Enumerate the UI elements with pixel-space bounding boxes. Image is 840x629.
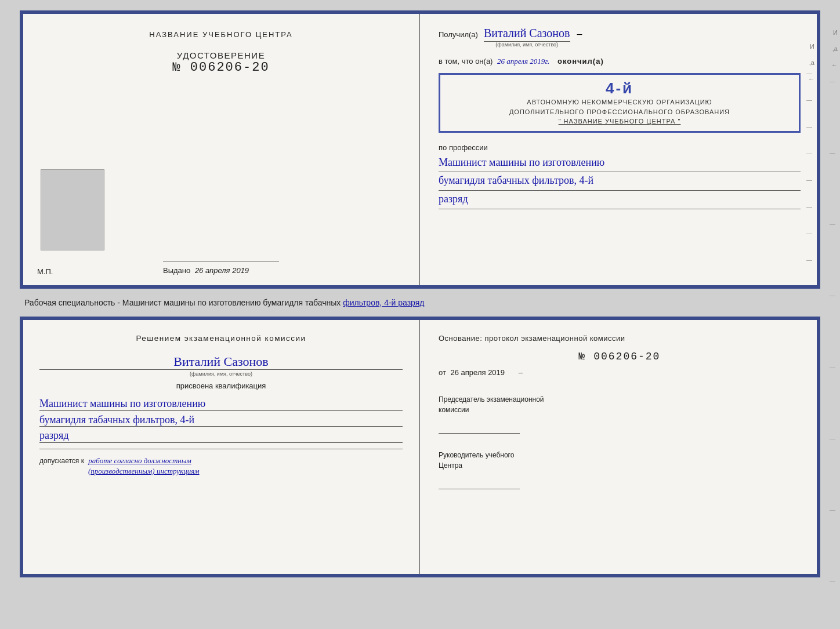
side-mark-arrow: ← bbox=[808, 75, 814, 82]
stamp-line3: " НАЗВАНИЕ УЧЕБНОГО ЦЕНТРА " bbox=[448, 117, 791, 126]
certificate-top: НАЗВАНИЕ УЧЕБНОГО ЦЕНТРА УДОСТОВЕРЕНИЕ №… bbox=[20, 10, 820, 289]
ot-prefix: от bbox=[439, 368, 446, 377]
resheniyem-label: Решением экзаменационной комиссии bbox=[39, 334, 403, 343]
photo-placeholder bbox=[41, 169, 104, 250]
training-center-title-top: НАЗВАНИЕ УЧЕБНОГО ЦЕНТРА bbox=[149, 30, 292, 39]
profession-hw1-top: Машинист машины по изготовлению bbox=[439, 154, 801, 173]
cert-bottom-right-panel: Основание: протокол экзаменационной коми… bbox=[420, 320, 817, 574]
recipient-block-bottom: Виталий Сазонов (фамилия, имя, отчество) bbox=[39, 348, 403, 381]
profession-hw2-bottom: бумагидля табачных фильтров, 4-й bbox=[39, 411, 403, 427]
dopuskaetsya-line: допускается к работе согласно должностны… bbox=[39, 456, 403, 466]
stamp-number: 4-й bbox=[606, 79, 633, 97]
certificate-bottom: Решением экзаменационной комиссии Витали… bbox=[20, 317, 820, 577]
recipient-name-top: Виталий Сазонов bbox=[484, 27, 570, 42]
osnovaniye-label: Основание: протокол экзаменационной коми… bbox=[439, 334, 801, 343]
right-edge-dashes-bottom bbox=[830, 46, 835, 617]
rukov-sign-line bbox=[439, 475, 520, 489]
mp-label: М.П. bbox=[37, 267, 53, 276]
rukov-label2: Центра bbox=[439, 460, 801, 471]
rukov-block: Руководитель учебного Центра bbox=[439, 450, 801, 492]
stamp-line2: ДОПОЛНИТЕЛЬНОГО ПРОФЕССИОНАЛЬНОГО ОБРАЗО… bbox=[448, 107, 791, 117]
rukov-label: Руководитель учебного bbox=[439, 450, 801, 460]
dopuskaetsya-prefix: допускается к bbox=[39, 457, 84, 465]
side-mark-a: ,а bbox=[808, 59, 814, 66]
side-mark-i-b: И bbox=[831, 29, 838, 36]
vydano-line: Выдано 26 апреля 2019 bbox=[163, 266, 279, 275]
predsedatel-label2: комиссии bbox=[439, 405, 801, 415]
vydano-date: 26 апреля 2019 bbox=[195, 266, 249, 275]
prisvoena-label: присвоена квалификация bbox=[39, 381, 403, 390]
okonchil-label: окончил(а) bbox=[557, 57, 604, 66]
po-professii-label: по профессии bbox=[439, 143, 801, 152]
fio-label-top: (фамилия, имя, отчество) bbox=[495, 42, 558, 48]
cert-top-right-panel: Получил(а) Виталий Сазонов (фамилия, имя… bbox=[420, 14, 817, 285]
side-mark-a-b: ,а bbox=[831, 45, 838, 52]
ot-line: от 26 апреля 2019 – bbox=[439, 368, 801, 377]
profession-hw1-bottom: Машинист машины по изготовлению bbox=[39, 395, 403, 411]
stamp-line1: АВТОНОМНУЮ НЕКОММЕРЧЕСКУЮ ОРГАНИЗАЦИЮ bbox=[448, 97, 791, 107]
right-edge-dashes bbox=[806, 60, 812, 274]
poluchil-line: Получил(а) Виталий Сазонов (фамилия, имя… bbox=[439, 27, 801, 48]
protocol-number: № 006206-20 bbox=[439, 351, 801, 362]
vtom-date: 26 апреля 2019г. bbox=[497, 57, 549, 66]
ot-date: 26 апреля 2019 bbox=[451, 368, 505, 377]
side-marks-bottom: И ,а ← bbox=[831, 29, 838, 68]
cert-bottom-left-panel: Решением экзаменационной комиссии Витали… bbox=[23, 320, 420, 574]
caption-plain: Рабочая специальность - Машинист машины … bbox=[24, 298, 341, 307]
cert-top-left-panel: НАЗВАНИЕ УЧЕБНОГО ЦЕНТРА УДОСТОВЕРЕНИЕ №… bbox=[23, 14, 420, 285]
udostoverenie-label: УДОСТОВЕРЕНИЕ bbox=[172, 50, 269, 60]
dopuskaetsya-line2: (производственным) инструкциям bbox=[88, 466, 403, 476]
vydano-label: Выдано bbox=[163, 266, 190, 275]
profession-hw3-bottom: разряд bbox=[39, 427, 403, 443]
vtom-line: в том, что он(а) 26 апреля 2019г. окончи… bbox=[439, 57, 801, 66]
profession-block-top: Машинист машины по изготовлению бумагидл… bbox=[439, 154, 801, 209]
predsedatel-block: Председатель экзаменационной комиссии bbox=[439, 394, 801, 436]
udostoverenie-number: № 006206-20 bbox=[172, 60, 269, 75]
stamp-block: 4-й АВТОНОМНУЮ НЕКОММЕРЧЕСКУЮ ОРГАНИЗАЦИ… bbox=[439, 73, 801, 133]
udostoverenie-block: УДОСТОВЕРЕНИЕ № 006206-20 bbox=[172, 50, 269, 75]
poluchil-prefix: Получил(а) bbox=[439, 30, 478, 39]
predsedatel-label: Председатель экзаменационной bbox=[439, 394, 801, 405]
recipient-name-bottom: Виталий Сазонов bbox=[39, 354, 403, 369]
side-mark-i: И bbox=[808, 43, 814, 50]
profession-hw3-top: разряд bbox=[439, 191, 801, 209]
fio-label-bottom: (фамилия, имя, отчество) bbox=[39, 369, 403, 377]
profession-block-bottom: Машинист машины по изготовлению бумагидл… bbox=[39, 395, 403, 443]
side-mark-arrow-b: ← bbox=[831, 61, 838, 68]
dopuskaetsya-handwritten1: работе согласно должностным bbox=[88, 456, 191, 465]
profession-hw2-top: бумагидля табачных фильтров, 4-й bbox=[439, 172, 801, 191]
page-background: НАЗВАНИЕ УЧЕБНОГО ЦЕНТРА УДОСТОВЕРЕНИЕ №… bbox=[0, 0, 840, 629]
predsedatel-sign-line bbox=[439, 420, 520, 434]
caption-underlined: фильтров, 4-й разряд bbox=[343, 298, 424, 307]
caption-text: Рабочая специальность - Машинист машины … bbox=[24, 298, 816, 307]
dopuskaetsya-handwritten2: (производственным) инструкциям bbox=[88, 467, 200, 475]
vtom-prefix: в том, что он(а) bbox=[439, 57, 493, 66]
side-marks-top: И ,а ← bbox=[808, 43, 814, 82]
caption-between: Рабочая специальность - Машинист машины … bbox=[20, 296, 820, 310]
